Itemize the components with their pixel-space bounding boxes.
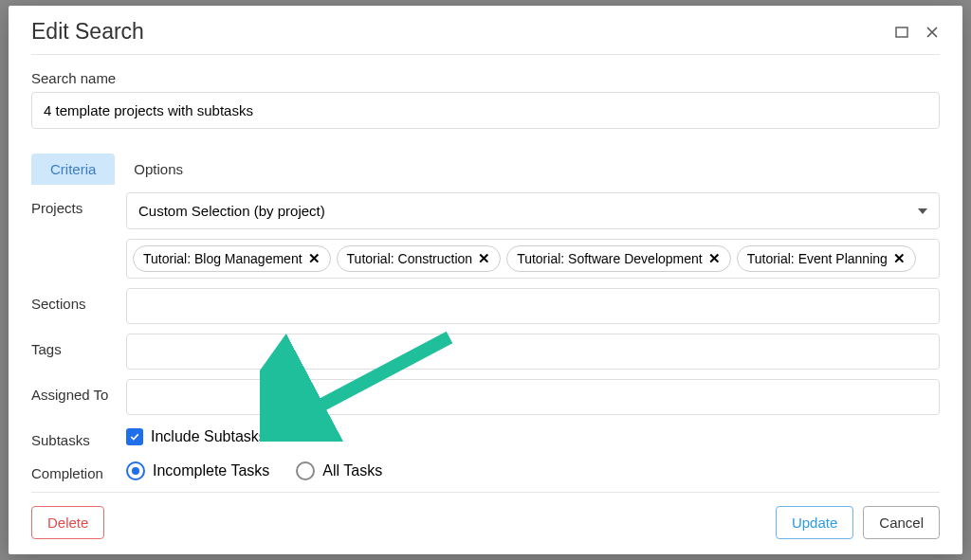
project-chip[interactable]: Tutorial: Construction✕ [337, 245, 502, 272]
tab-options[interactable]: Options [115, 154, 202, 185]
projects-label: Projects [31, 192, 126, 216]
dialog-body: Search name Criteria Options Projects Cu… [31, 55, 940, 492]
sections-label: Sections [31, 288, 126, 312]
close-icon[interactable] [925, 25, 940, 40]
projects-select-value: Custom Selection (by project) [138, 203, 325, 219]
svg-rect-0 [896, 27, 907, 37]
cancel-button[interactable]: Cancel [863, 506, 940, 539]
projects-select[interactable]: Custom Selection (by project) [126, 192, 940, 229]
dialog-title: Edit Search [31, 19, 894, 45]
tab-criteria[interactable]: Criteria [31, 154, 115, 185]
tags-label: Tags [31, 334, 126, 357]
project-chip[interactable]: Tutorial: Blog Management✕ [133, 245, 331, 272]
radio-incomplete-tasks[interactable]: Incomplete Tasks [126, 461, 269, 480]
radio-dot-icon [296, 461, 315, 480]
include-subtasks-label: Include Subtasks [151, 428, 266, 445]
chip-remove-icon[interactable]: ✕ [478, 250, 490, 267]
assigned-to-input[interactable] [126, 379, 940, 415]
chip-label: Tutorial: Event Planning [747, 251, 888, 266]
radio-dot-icon [126, 461, 145, 480]
dialog-header: Edit Search [31, 6, 940, 55]
chip-remove-icon[interactable]: ✕ [893, 250, 906, 267]
update-button[interactable]: Update [776, 506, 853, 539]
chip-label: Tutorial: Blog Management [143, 251, 302, 266]
search-name-label: Search name [31, 70, 940, 86]
include-subtasks-checkbox[interactable] [126, 428, 143, 445]
completion-label: Completion [31, 458, 126, 481]
radio-all-tasks[interactable]: All Tasks [296, 461, 382, 480]
search-name-input[interactable] [31, 92, 940, 129]
dialog-footer: Delete Update Cancel [31, 492, 940, 539]
chevron-down-icon [918, 208, 927, 214]
delete-button[interactable]: Delete [31, 506, 104, 539]
subtasks-label: Subtasks [31, 425, 126, 448]
chip-remove-icon[interactable]: ✕ [708, 250, 721, 267]
project-chip[interactable]: Tutorial: Event Planning✕ [737, 245, 916, 272]
tags-input[interactable] [126, 334, 940, 370]
sections-input[interactable] [126, 288, 940, 324]
maximize-icon[interactable] [894, 25, 909, 40]
project-chip[interactable]: Tutorial: Software Development✕ [506, 245, 731, 272]
assigned-to-label: Assigned To [31, 379, 126, 403]
radio-label: Incomplete Tasks [153, 462, 269, 479]
tabs: Criteria Options [31, 154, 940, 185]
chip-remove-icon[interactable]: ✕ [308, 250, 321, 267]
chip-label: Tutorial: Software Development [517, 251, 703, 266]
edit-search-dialog: Edit Search Search name Criteria Options… [9, 6, 962, 554]
chip-label: Tutorial: Construction [347, 251, 473, 266]
projects-chip-container[interactable]: Tutorial: Blog Management✕ Tutorial: Con… [126, 239, 940, 279]
radio-label: All Tasks [322, 462, 382, 479]
